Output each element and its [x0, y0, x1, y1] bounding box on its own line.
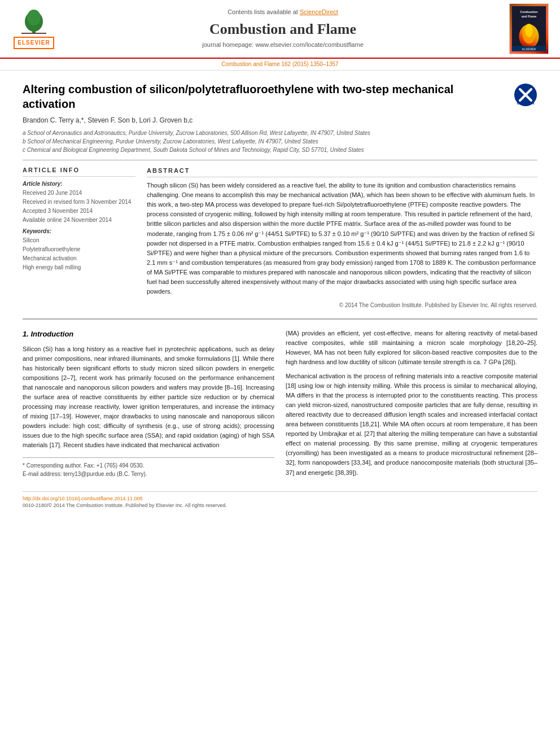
sciencedirect-label: Contents lists available at — [228, 8, 298, 15]
body-paragraph-2: (MA) provides an efficient, yet cost-eff… — [286, 329, 537, 367]
svg-point-8 — [525, 24, 533, 37]
journal-header: ELSEVIER Contents lists available at Sci… — [0, 0, 560, 59]
copyright-line: © 2014 The Combustion Institute. Publish… — [147, 301, 537, 309]
article-container: Altering combustion of silicon/polytetra… — [0, 71, 560, 521]
received-date: Received 20 June 2014 — [23, 189, 135, 197]
abstract-column: ABSTRACT Though silicon (Si) has been wi… — [147, 166, 537, 309]
keyword-4: High energy ball milling — [23, 264, 135, 272]
elsevier-logo: ELSEVIER — [11, 9, 56, 49]
corresponding-author-note: * Corresponding author. Fax: +1 (765) 49… — [23, 461, 274, 470]
journal-header-center: Contents lists available at ScienceDirec… — [56, 8, 509, 49]
article-info-title: ARTICLE INFO — [23, 166, 135, 177]
divider-2 — [23, 318, 537, 320]
crossmark-svg: CrossMark — [514, 83, 537, 107]
crossmark-badge[interactable]: CrossMark — [514, 83, 537, 107]
svg-rect-4 — [21, 33, 46, 34]
svg-text:ELSEVIER: ELSEVIER — [522, 48, 536, 51]
accepted-date: Accepted 3 November 2014 — [23, 207, 135, 215]
abstract-title: ABSTRACT — [147, 166, 537, 178]
body-two-col: 1. Introduction Silicon (Si) has a long … — [23, 329, 537, 482]
body-paragraph-1: Silicon (Si) has a long history as a rea… — [23, 344, 274, 451]
doi-line-top: Combustion and Flame 162 (2015) 1350–135… — [0, 59, 560, 71]
abstract-text: Though silicon (Si) has been widely cons… — [147, 181, 537, 296]
email-note: E-mail address: terry13@purdue.edu (B.C.… — [23, 470, 274, 479]
body-col-left: 1. Introduction Silicon (Si) has a long … — [23, 329, 274, 482]
history-label: Article history: — [23, 180, 135, 188]
article-info-column: ARTICLE INFO Article history: Received 2… — [23, 166, 135, 309]
bottom-footer: http://dx.doi.org/10.1016/j.combustflame… — [23, 491, 537, 509]
svg-text:Combustion: Combustion — [520, 10, 537, 14]
elsevier-text-label: ELSEVIER — [14, 37, 54, 49]
keyword-1: Silicon — [23, 237, 135, 244]
affiliation-b: b School of Mechanical Engineering, Purd… — [23, 137, 537, 146]
svg-text:CrossMark: CrossMark — [517, 102, 535, 105]
revised-date: Received in revised form 3 November 2014 — [23, 198, 135, 206]
section-1-heading: 1. Introduction — [23, 329, 274, 340]
footnote-area: * Corresponding author. Fax: +1 (765) 49… — [23, 457, 274, 479]
keyword-2: Polytetrafluoroethylene — [23, 246, 135, 254]
keywords-list: Silicon Polytetrafluoroethylene Mechanic… — [23, 237, 135, 272]
divider-1 — [23, 160, 537, 160]
journal-cover-image: Combustion and Flame ELSEVIER — [509, 3, 549, 54]
cover-svg: Combustion and Flame ELSEVIER — [511, 6, 546, 51]
authors-line: Brandon C. Terry a,*, Steven F. Son b, L… — [23, 116, 537, 125]
doi-footer-link[interactable]: http://dx.doi.org/10.1016/j.combustflame… — [23, 496, 143, 501]
keywords-label: Keywords: — [23, 228, 135, 235]
article-title-row: Altering combustion of silicon/polytetra… — [23, 82, 537, 111]
affiliation-a: a School of Aeronautics and Astronautics… — [23, 129, 537, 137]
issn-line: 0010-2180/© 2014 The Combustion Institut… — [23, 503, 227, 508]
svg-text:and Flame: and Flame — [522, 15, 537, 18]
body-paragraph-3: Mechanical activation is the process of … — [286, 372, 537, 478]
article-title-text: Altering combustion of silicon/polytetra… — [23, 82, 508, 111]
body-col-right: (MA) provides an efficient, yet cost-eff… — [286, 329, 537, 482]
tree-svg-icon — [17, 9, 51, 34]
affiliations: a School of Aeronautics and Astronautics… — [23, 129, 537, 154]
journal-homepage: journal homepage: www.elsevier.com/locat… — [56, 41, 509, 49]
journal-title: Combustion and Flame — [56, 19, 509, 40]
svg-point-3 — [27, 10, 41, 25]
doi-link-top[interactable]: Combustion and Flame 162 (2015) 1350–135… — [221, 61, 338, 67]
available-date: Available online 24 November 2014 — [23, 216, 135, 224]
sciencedirect-link[interactable]: ScienceDirect — [300, 8, 338, 15]
article-info-abstract-section: ARTICLE INFO Article history: Received 2… — [23, 166, 537, 309]
affiliation-c: c Chemical and Biological Engineering De… — [23, 146, 537, 154]
keyword-3: Mechanical activation — [23, 255, 135, 263]
